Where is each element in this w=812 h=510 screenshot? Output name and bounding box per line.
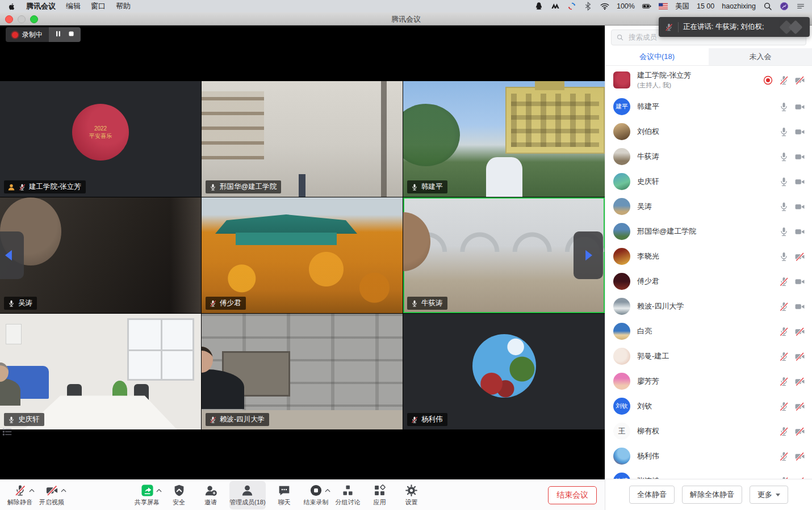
- mic-on-icon: [411, 300, 418, 307]
- member-row[interactable]: 赖波-四川大学: [605, 294, 812, 319]
- settings-button[interactable]: 设置: [399, 481, 425, 509]
- camera-muted-icon: [794, 251, 805, 262]
- chevron-up-icon[interactable]: [156, 486, 162, 493]
- assistant-icon[interactable]: [780, 2, 789, 11]
- mute-all-button[interactable]: 全体静音: [629, 486, 675, 504]
- start-video-button[interactable]: 开启视频: [39, 481, 65, 509]
- qq-icon[interactable]: [534, 2, 543, 11]
- member-row[interactable]: 牛荻涛: [605, 144, 812, 169]
- member-status-icons[interactable]: [778, 426, 805, 437]
- member-row[interactable]: 连博张连博: [605, 469, 812, 479]
- mic-on-icon: [7, 416, 15, 424]
- member-name: 建工学院-张立芳: [637, 70, 763, 81]
- spotlight-search-icon[interactable]: [763, 2, 772, 11]
- member-row[interactable]: 建工学院-张立芳(主持人, 我): [605, 66, 812, 94]
- member-row[interactable]: 傅少君: [605, 269, 812, 294]
- member-row[interactable]: 郭曼-建工: [605, 344, 812, 369]
- video-tile[interactable]: 韩建平: [403, 81, 605, 197]
- video-tile[interactable]: 杨利伟: [403, 314, 605, 429]
- toolbar-label: 解除静音: [7, 498, 32, 507]
- recording-indicator: 录制中: [6, 27, 81, 42]
- member-status-icons[interactable]: [778, 201, 805, 212]
- member-row[interactable]: 史庆轩: [605, 169, 812, 194]
- member-row[interactable]: 邢国华@建工学院: [605, 219, 812, 244]
- member-row[interactable]: 白亮: [605, 319, 812, 344]
- more-button[interactable]: 更多: [750, 486, 788, 504]
- member-status-icons[interactable]: [778, 251, 805, 262]
- video-tile[interactable]: 2022平安喜乐建工学院-张立芳: [0, 81, 201, 197]
- toolbar-label: 安全: [173, 498, 185, 507]
- unmute-all-button[interactable]: 解除全体静音: [682, 486, 742, 504]
- member-actions-footer: 全体静音解除全体静音更多: [605, 479, 812, 510]
- member-status-icons[interactable]: [778, 276, 805, 287]
- member-row[interactable]: 吴涛: [605, 194, 812, 219]
- member-row[interactable]: 杨利伟: [605, 444, 812, 469]
- member-row[interactable]: 刘伯权: [605, 119, 812, 144]
- member-row[interactable]: 王柳有权: [605, 419, 812, 444]
- manage-members-button[interactable]: 管理成员(18): [229, 481, 266, 509]
- end-meeting-button[interactable]: 结束会议: [548, 486, 597, 504]
- stop-recording-icon-button[interactable]: [67, 29, 76, 40]
- stop-recording-button[interactable]: 结束录制: [303, 481, 329, 509]
- prev-page-button[interactable]: [0, 231, 24, 279]
- pause-recording-button[interactable]: [54, 29, 62, 40]
- app-m-icon[interactable]: [551, 2, 560, 11]
- tab-in-meeting[interactable]: 会议中(18): [605, 48, 709, 65]
- member-status-icons[interactable]: [778, 326, 805, 337]
- sync-icon[interactable]: [567, 2, 576, 11]
- video-tile[interactable]: 邢国华@建工学院: [202, 81, 403, 197]
- list-view-icon[interactable]: [2, 426, 13, 437]
- member-status-icons[interactable]: [778, 351, 805, 362]
- member-row[interactable]: 刘钦刘钦: [605, 394, 812, 419]
- member-status-icons[interactable]: [778, 376, 805, 387]
- apple-icon[interactable]: [8, 2, 16, 11]
- member-status-icons[interactable]: [778, 226, 805, 237]
- video-tile[interactable]: 吴涛: [0, 197, 201, 313]
- menu-edit[interactable]: 编辑: [66, 1, 81, 11]
- tencent-meeting-app: 腾讯会议 编辑 窗口 帮助 100% 美国 15 00 haozhixing: [0, 0, 812, 510]
- member-status-icons[interactable]: [763, 75, 805, 86]
- member-status-icons[interactable]: [778, 301, 805, 312]
- wifi-icon[interactable]: [600, 2, 609, 11]
- member-status-icons[interactable]: [778, 401, 805, 412]
- member-status-icons[interactable]: [778, 127, 805, 137]
- share-screen-button[interactable]: 共享屏幕: [134, 481, 160, 509]
- video-tile[interactable]: 史庆轩: [0, 314, 201, 429]
- chat-button[interactable]: 聊天: [271, 481, 298, 509]
- security-button[interactable]: 安全: [166, 481, 192, 509]
- member-row[interactable]: 李晓光: [605, 244, 812, 269]
- next-page-button[interactable]: [574, 231, 603, 279]
- member-status-icons[interactable]: [778, 151, 805, 162]
- video-tile[interactable]: 赖波-四川大学: [202, 314, 403, 429]
- menu-window[interactable]: 窗口: [91, 1, 106, 11]
- bluetooth-icon[interactable]: [584, 2, 593, 11]
- mic-on-icon: [778, 151, 789, 162]
- toolbar-label: 应用: [374, 498, 386, 507]
- chevron-up-icon[interactable]: [324, 486, 331, 493]
- apps-button[interactable]: 应用: [367, 481, 393, 509]
- member-status-icons[interactable]: [778, 451, 805, 462]
- invite-button[interactable]: 邀请: [198, 481, 224, 509]
- member-status-icons[interactable]: [778, 176, 805, 187]
- person-badge-icon: [7, 183, 15, 191]
- toast-divider: [678, 22, 679, 32]
- input-source-label[interactable]: 美国: [675, 2, 689, 11]
- clock-label[interactable]: 15 00: [697, 2, 714, 10]
- member-row[interactable]: 廖芳芳: [605, 369, 812, 394]
- chevron-up-icon[interactable]: [60, 486, 67, 493]
- chevron-up-icon[interactable]: [28, 486, 35, 493]
- member-row[interactable]: 建平韩建平: [605, 94, 812, 119]
- battery-percent-label: 100%: [617, 2, 635, 10]
- menu-help[interactable]: 帮助: [116, 1, 131, 11]
- video-tile[interactable]: 傅少君: [202, 197, 403, 313]
- menu-app-name[interactable]: 腾讯会议: [26, 1, 56, 11]
- breakout-rooms-button[interactable]: 分组讨论: [335, 481, 361, 509]
- input-source-flag-icon[interactable]: [659, 2, 668, 11]
- member-status-icons[interactable]: [778, 102, 805, 112]
- unmute-button[interactable]: 解除静音: [7, 481, 33, 509]
- tab-not-joined[interactable]: 未入会: [709, 48, 812, 65]
- member-name: 杨利伟: [637, 451, 778, 461]
- user-label[interactable]: haozhixing: [722, 2, 756, 10]
- person-plus-icon: [204, 484, 217, 497]
- notification-list-icon[interactable]: [796, 2, 805, 11]
